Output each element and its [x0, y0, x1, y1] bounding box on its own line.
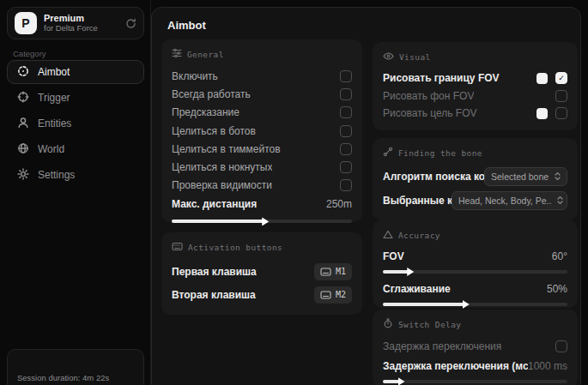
keybind-row: Вторая клавиша M2	[172, 283, 352, 306]
sidebar-item-label: World	[38, 143, 64, 155]
checkbox-draw-fov-target[interactable]: ✓	[555, 107, 567, 119]
switch-delay-toggle-label: Задержка переключения	[383, 340, 501, 352]
bone-algorithm-select[interactable]: Selected bone	[484, 167, 567, 186]
bone-algorithm-label: Алгоритм поиска кост	[383, 171, 484, 183]
setting-label: Проверка видимости	[172, 179, 272, 191]
category-label: Category	[13, 49, 46, 58]
general-card: General Включить ✓ Всегда работать ✓ Пре…	[161, 39, 362, 222]
fov-slider-block: FOV 60°	[383, 248, 567, 274]
session-card: Session duration: 4m 22s	[7, 349, 144, 385]
checkbox-always-work[interactable]: ✓	[340, 88, 352, 100]
fov-value: 60°	[552, 250, 567, 262]
setting-label: Всегда работать	[172, 88, 251, 100]
setting-row: Предсказание ✓	[172, 104, 352, 122]
section-title: Visual	[399, 52, 431, 62]
bone-setting-row: Алгоритм поиска кост Selected bone	[383, 165, 567, 187]
checkbox-switch-delay[interactable]: ✓	[555, 340, 567, 352]
bones-header: Finding the bone	[383, 147, 567, 159]
section-title: Finding the bone	[398, 148, 482, 158]
setting-row: Целиться в ботов ✓	[172, 122, 352, 140]
bone-icon	[383, 147, 393, 159]
switch-delay-card: Switch Delay Задержка переключения ✓ Зад…	[373, 310, 578, 385]
checkbox-aim-knocked[interactable]: ✓	[340, 161, 352, 173]
keybind-label: Вторая клавиша	[172, 289, 256, 301]
visual-row: Рисовать цель FOV ✓	[383, 105, 567, 123]
eye-icon	[383, 51, 394, 63]
switch-delay-slider[interactable]	[383, 380, 567, 383]
switch-delay-ms-value: 1000 ms	[528, 360, 567, 372]
keybind-value: M1	[336, 267, 346, 276]
setting-label: Целиться в тиммейтов	[172, 143, 281, 155]
select-value: Head, Neck, Body, Pe..	[458, 196, 551, 206]
smoothing-slider[interactable]	[383, 303, 567, 306]
smoothing-label: Сглаживание	[383, 283, 451, 295]
slider-label: Макс. дистанция	[172, 198, 257, 210]
select-value: Selected bone	[491, 171, 549, 182]
section-title: Accuracy	[398, 231, 440, 240]
checkbox-draw-fov-background[interactable]: ✓	[555, 90, 567, 102]
smoothing-slider-block: Сглаживание 50%	[383, 280, 567, 306]
sidebar-item-entities[interactable]: Entities	[7, 111, 144, 135]
triangle-icon	[383, 230, 393, 241]
session-duration: Session duration: 4m 22s	[17, 373, 109, 382]
crosshair-icon	[17, 65, 29, 80]
fov-slider[interactable]	[383, 270, 567, 274]
fov-border-color-swatch[interactable]	[536, 73, 548, 84]
section-title: General	[187, 50, 224, 59]
bone-setting-row: Выбранные кос Head, Neck, Body, Pe..	[383, 189, 567, 211]
setting-row: Целиться в нокнутых ✓	[172, 158, 352, 176]
selected-bones-select[interactable]: Head, Neck, Body, Pe..	[452, 191, 567, 210]
visual-label: Рисовать границу FOV	[383, 72, 500, 84]
keybind-label: Первая клавиша	[172, 266, 257, 278]
setting-label: Включить	[172, 70, 218, 82]
unfold-icon	[554, 171, 561, 181]
sidebar-item-label: Aimbot	[38, 66, 70, 78]
accuracy-header: Accuracy	[383, 229, 567, 241]
visual-header: Visual	[383, 51, 567, 63]
main-panel: Aimbot General Включить ✓ Всегда работат…	[151, 7, 581, 385]
visual-row: Рисовать фон FOV ✓	[383, 87, 567, 105]
brand-logo: P	[15, 12, 37, 34]
sidebar-item-world[interactable]: World	[7, 137, 144, 161]
smoothing-value: 50%	[547, 283, 567, 295]
sidebar-item-label: Trigger	[38, 92, 70, 104]
visual-label: Рисовать цель FOV	[383, 107, 477, 119]
fov-label: FOV	[383, 250, 404, 262]
setting-row: Включить ✓	[172, 67, 352, 85]
sidebar-item-aimbot[interactable]: Aimbot	[7, 60, 144, 84]
second-key-button[interactable]: M2	[314, 286, 352, 304]
checkbox-aim-bots[interactable]: ✓	[340, 125, 352, 137]
setting-label: Целиться в нокнутых	[172, 161, 272, 173]
activation-header: Activation buttons	[172, 241, 352, 253]
sidebar: P Premium for Delta Force Category Aimbo…	[0, 0, 151, 385]
switch-delay-header: Switch Delay	[383, 318, 567, 330]
checkbox-enable[interactable]: ✓	[340, 70, 352, 82]
bones-card: Finding the bone Алгоритм поиска кост Se…	[373, 138, 578, 220]
target-icon	[17, 91, 29, 105]
visual-label: Рисовать фон FOV	[383, 90, 474, 102]
visual-row: Рисовать границу FOV ✓	[383, 69, 567, 87]
activation-card: Activation buttons Первая клавиша M1 Вто…	[161, 232, 362, 315]
checkbox-aim-teammates[interactable]: ✓	[340, 143, 352, 155]
checkbox-prediction[interactable]: ✓	[340, 106, 352, 118]
checkbox-draw-fov-border[interactable]: ✓	[555, 72, 567, 84]
max-distance-slider[interactable]	[172, 220, 352, 223]
sidebar-item-settings[interactable]: Settings	[7, 163, 144, 187]
entities-icon	[17, 117, 29, 131]
keyboard-icon	[172, 242, 183, 253]
section-title: Switch Delay	[398, 320, 461, 329]
sidebar-nav: Aimbot Trigger Entities	[7, 60, 144, 187]
keybind-value: M2	[336, 290, 346, 299]
switch-delay-toggle-row: Задержка переключения ✓	[383, 337, 567, 356]
brand-subtitle: for Delta Force	[44, 24, 118, 33]
fov-target-color-swatch[interactable]	[536, 108, 548, 119]
sidebar-item-trigger[interactable]: Trigger	[7, 86, 144, 110]
first-key-button[interactable]: M1	[314, 263, 352, 280]
setting-row: Всегда работать ✓	[172, 85, 352, 103]
switch-delay-ms-label: Задержка переключения (мс)	[383, 360, 528, 372]
checkbox-visibility-check[interactable]: ✓	[340, 179, 352, 191]
section-title: Activation buttons	[188, 243, 282, 252]
slider-value: 250m	[326, 198, 352, 210]
keybind-row: Первая клавиша M1	[172, 260, 352, 283]
refresh-icon[interactable]	[125, 18, 136, 29]
